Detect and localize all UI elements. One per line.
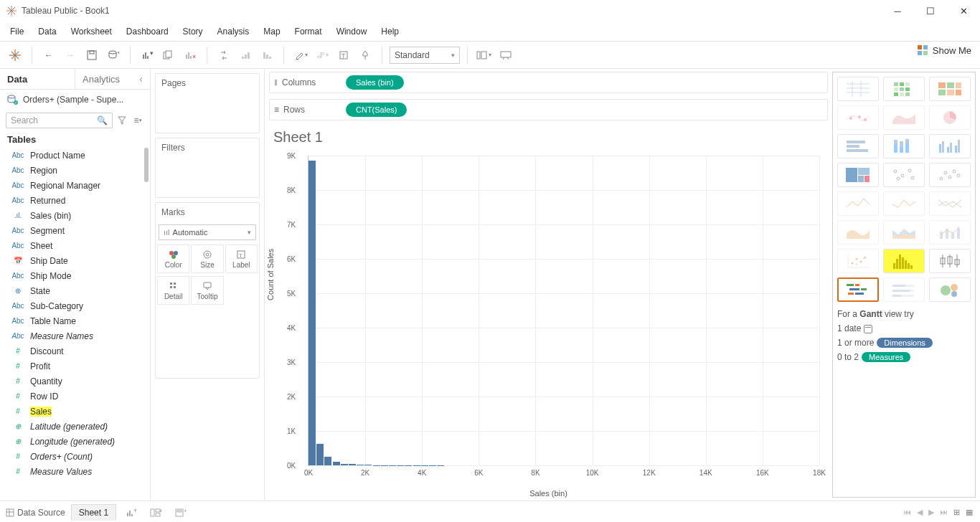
showme-pie[interactable] [929, 105, 971, 130]
view-list-button[interactable]: ≡▾ [131, 114, 144, 127]
field-sheet[interactable]: AbcSheet [0, 238, 150, 253]
tab-data[interactable]: Data [0, 69, 75, 89]
field-product-name[interactable]: AbcProduct Name [0, 148, 150, 163]
field-quantity[interactable]: #Quantity [0, 374, 150, 389]
presentation-button[interactable] [496, 46, 515, 65]
bar[interactable] [364, 465, 372, 465]
bar[interactable] [316, 444, 324, 465]
field-regional-manager[interactable]: AbcRegional Manager [0, 178, 150, 193]
field-ship-date[interactable]: 📅Ship Date [0, 253, 150, 268]
field-sub-category[interactable]: AbcSub-Category [0, 298, 150, 313]
menu-file[interactable]: File [3, 24, 31, 39]
menu-dashboard[interactable]: Dashboard [119, 24, 176, 39]
menu-story[interactable]: Story [176, 24, 210, 39]
bar[interactable] [349, 464, 356, 465]
show-cards-button[interactable]: ▾ [475, 46, 494, 65]
showme-treemap[interactable] [837, 163, 879, 187]
bar[interactable] [333, 462, 340, 465]
datasource-tab[interactable]: Data Source [6, 508, 65, 518]
showme-filled-map[interactable] [883, 105, 925, 130]
showme-hbar[interactable] [837, 134, 879, 158]
showme-side-circle[interactable] [929, 163, 971, 187]
fit-dropdown[interactable]: Standard [390, 47, 460, 64]
field-sales-bin-[interactable]: .ıl.Sales (bin) [0, 208, 150, 223]
new-sheet-button[interactable]: + [122, 503, 141, 522]
marks-color[interactable]: Color [157, 245, 189, 273]
sheet-tab[interactable]: Sheet 1 [71, 504, 116, 521]
showme-text-table[interactable] [837, 77, 879, 101]
menu-worksheet[interactable]: Worksheet [64, 24, 119, 39]
bar[interactable] [357, 465, 364, 465]
marks-label[interactable]: TLabel [225, 245, 258, 273]
showme-side-bar[interactable] [929, 134, 971, 158]
menu-analysis[interactable]: Analysis [210, 24, 257, 39]
showme-packed-bubbles[interactable] [929, 277, 971, 302]
field-measure-names[interactable]: AbcMeasure Names [0, 328, 150, 343]
collapse-pane-icon[interactable]: ‹ [139, 73, 143, 85]
undo-button[interactable]: ← [39, 46, 58, 65]
bar[interactable] [341, 464, 348, 465]
showme-box-plot[interactable] [929, 249, 971, 273]
field-returned[interactable]: AbcReturned [0, 193, 150, 208]
rows-shelf[interactable]: ≡Rows CNT(Sales) [269, 99, 828, 120]
marks-card[interactable]: Marks ıılAutomatic▾ Color Size TLabel De… [155, 202, 260, 379]
labels-button[interactable]: T [334, 46, 353, 65]
showme-line-cont[interactable] [837, 191, 879, 216]
bar[interactable] [308, 161, 316, 465]
new-story-button[interactable]: + [171, 503, 189, 522]
filters-shelf[interactable]: Filters [155, 138, 260, 198]
sort-asc-button[interactable] [236, 46, 255, 65]
showme-symbol-map[interactable] [837, 105, 879, 130]
showme-heat-map[interactable] [883, 77, 925, 101]
chart[interactable]: Count of Sales 0K1K2K3K4K5K6K7K8K9K0K2K4… [273, 148, 824, 495]
maximize-button[interactable]: ☐ [914, 0, 947, 22]
field-segment[interactable]: AbcSegment [0, 223, 150, 238]
field-orders-count-[interactable]: #Orders+ (Count) [0, 449, 150, 464]
sort-desc-button[interactable] [258, 46, 276, 65]
bar[interactable] [324, 457, 331, 465]
showme-line-disc[interactable] [883, 191, 925, 216]
marks-size[interactable]: Size [191, 245, 223, 273]
marks-type-dropdown[interactable]: ıılAutomatic▾ [159, 224, 256, 240]
showme-histogram[interactable] [883, 249, 925, 273]
columns-shelf[interactable]: ⦀Columns Sales (bin) [269, 72, 828, 93]
field-discount[interactable]: #Discount [0, 343, 150, 359]
highlight-button[interactable]: ▾ [291, 46, 310, 65]
field-list[interactable]: AbcProduct NameAbcRegionAbcRegional Mana… [0, 148, 150, 500]
minimize-button[interactable]: ─ [881, 0, 914, 22]
new-worksheet-button[interactable]: ▾ [138, 46, 156, 65]
field-row-id[interactable]: #Row ID [0, 389, 150, 404]
redo-button[interactable]: → [61, 46, 80, 65]
menu-map[interactable]: Map [256, 24, 287, 39]
showme-scatter[interactable]: ++ [837, 249, 879, 273]
field-table-name[interactable]: AbcTable Name [0, 313, 150, 328]
menu-help[interactable]: Help [374, 24, 406, 39]
filter-fields-button[interactable] [116, 114, 128, 127]
group-button[interactable]: 🖇▾ [313, 46, 331, 65]
showme-gantt[interactable] [837, 277, 879, 302]
field-measure-values[interactable]: #Measure Values [0, 464, 150, 479]
showme-stacked-bar[interactable] [883, 134, 925, 158]
columns-pill[interactable]: Sales (bin) [346, 75, 404, 90]
rows-pill[interactable]: CNT(Sales) [346, 103, 407, 117]
menu-window[interactable]: Window [329, 24, 374, 39]
showme-highlight-table[interactable] [929, 77, 971, 101]
field-latitude-generated-[interactable]: ⊕Latitude (generated) [0, 419, 150, 434]
field-state[interactable]: ⊕State [0, 283, 150, 298]
showme-circle-views[interactable] [883, 163, 925, 187]
marks-detail[interactable]: Detail [157, 276, 189, 305]
show-me-toggle[interactable]: Show Me [917, 44, 971, 56]
tableau-icon[interactable] [6, 46, 24, 65]
search-input[interactable]: Search 🔍 [6, 113, 113, 128]
showme-area-disc[interactable] [883, 220, 925, 245]
pages-shelf[interactable]: Pages [155, 73, 260, 133]
showme-dual-combo[interactable] [929, 220, 971, 245]
menu-data[interactable]: Data [31, 24, 63, 39]
showme-area-cont[interactable] [837, 220, 879, 245]
menu-format[interactable]: Format [288, 24, 329, 39]
new-dashboard-button[interactable]: + [146, 503, 165, 522]
tab-analytics[interactable]: Analytics‹ [75, 69, 150, 89]
field-sales[interactable]: #Sales [0, 404, 150, 419]
showme-dual-line[interactable] [929, 191, 971, 216]
showme-bullet[interactable] [883, 277, 925, 302]
